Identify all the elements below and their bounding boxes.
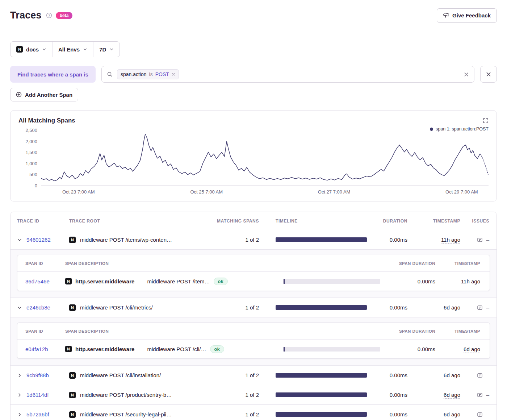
search-clear-icon[interactable] — [464, 72, 469, 77]
matching-spans-count: 1 of 2 — [201, 392, 259, 398]
give-feedback-button[interactable]: Give Feedback — [437, 8, 497, 23]
span-row: e04fa12b N http.server.middleware — midd… — [17, 340, 490, 358]
col-timestamp: Timestamp — [407, 219, 460, 224]
date-range-selector-label: 7D — [99, 46, 106, 53]
issues-icon — [477, 392, 483, 398]
timestamp-value[interactable]: 11h ago — [441, 237, 460, 244]
trace-id-link[interactable]: e246cb8e — [26, 304, 69, 311]
col-duration: Duration — [368, 219, 407, 224]
token-remove-icon[interactable] — [172, 72, 175, 76]
plus-circle-icon — [16, 92, 22, 97]
environment-selector[interactable]: All Envs — [52, 42, 93, 57]
span-op-label: http.server.middleware — [75, 278, 134, 284]
trace-id-link[interactable]: 5b72a6bf — [26, 411, 69, 417]
trace-root-label: middleware POST /items/wp-conten… — [80, 237, 172, 243]
chart-y-axis: 2,500 2,000 1,500 1,000 500 0 — [18, 128, 41, 186]
table-header: Trace ID Trace Root Matching Spans Timel… — [11, 212, 496, 230]
table-row: 5b72a6bf N middleware POST /security-leg… — [11, 405, 496, 420]
spans-chart — [41, 128, 489, 186]
trace-root-label: middleware POST /security-legal-pii… — [80, 411, 172, 417]
issues-count: – — [486, 392, 489, 398]
issues-icon — [477, 305, 483, 311]
svg-text:?: ? — [48, 14, 50, 17]
timeline-bar[interactable] — [276, 373, 367, 378]
col-span-description: Span Description — [65, 261, 272, 266]
legend-label: span 1: span.action:POST — [436, 126, 489, 132]
col-trace-root: Trace Root — [69, 219, 201, 224]
nextjs-platform-icon: N — [69, 304, 76, 311]
token-operator: is — [149, 71, 153, 77]
issues-cell: – — [460, 392, 496, 398]
trace-root-label: middleware POST /product/sentry-b… — [80, 392, 172, 398]
issues-cell: – — [460, 411, 496, 417]
timeline-cell — [259, 305, 368, 310]
span-id-link[interactable]: e04fa12b — [17, 346, 65, 352]
issues-count: – — [486, 237, 489, 243]
span-table-header: Span ID Span Description Span Duration T… — [17, 255, 490, 272]
duration-value: 0.00ms — [368, 304, 407, 311]
trace-id-link[interactable]: 94601262 — [26, 237, 69, 243]
nextjs-platform-icon: N — [16, 46, 23, 53]
span-timeline-track[interactable] — [283, 279, 380, 284]
chevron-down-icon — [83, 47, 87, 51]
span-description-label: middleware POST /item… — [147, 278, 210, 284]
row-expand-chevron[interactable] — [11, 392, 26, 398]
search-token-chip[interactable]: span.action is POST — [117, 69, 179, 79]
timeline-bar[interactable] — [276, 392, 367, 397]
span-timestamp-cell: 6d ago — [435, 346, 490, 352]
duration-value: 0.00ms — [368, 411, 407, 417]
issues-icon — [477, 373, 483, 378]
page-title: Traces — [10, 10, 42, 21]
span-id-link[interactable]: 36d7546e — [17, 278, 65, 284]
span-timeline-track[interactable] — [283, 347, 380, 352]
issues-count: – — [486, 411, 489, 417]
row-expand-chevron[interactable] — [11, 373, 26, 378]
timestamp-cell: 6d ago — [407, 372, 460, 378]
timeline-bar[interactable] — [276, 237, 367, 242]
timestamp-cell: 6d ago — [407, 392, 460, 398]
span-timeline-tick — [284, 347, 285, 352]
fullscreen-icon[interactable] — [483, 118, 489, 124]
span-timeline-cell — [272, 279, 381, 284]
issues-icon — [477, 412, 483, 417]
timeline-bar[interactable] — [276, 305, 367, 310]
timeline-bar[interactable] — [276, 412, 367, 417]
timeline-cell — [259, 373, 368, 378]
separator-dash: — — [138, 278, 143, 284]
all-matching-spans-card: All Matching Spans span 1: span.action:P… — [10, 110, 497, 201]
trace-id-link[interactable]: 9cb9f88b — [26, 372, 69, 378]
timestamp-value[interactable]: 6d ago — [444, 392, 460, 399]
timestamp-value[interactable]: 6d ago — [444, 372, 460, 379]
remove-span-filter-button[interactable] — [480, 66, 497, 83]
search-input[interactable]: span.action is POST — [101, 66, 474, 83]
close-icon — [486, 71, 491, 77]
trace-root: N middleware POST /cli/metrics/ — [69, 304, 201, 311]
project-selector[interactable]: N docs — [11, 42, 52, 57]
trace-root: N middleware POST /cli/installation/ — [69, 372, 201, 379]
trace-id-link[interactable]: 1d6114df — [26, 392, 69, 398]
row-expand-chevron[interactable] — [11, 412, 26, 417]
row-collapse-chevron[interactable] — [11, 305, 26, 310]
chevron-down-icon — [42, 47, 46, 51]
span-timeline-tick — [284, 279, 285, 284]
project-selector-label: docs — [26, 46, 39, 53]
date-range-selector[interactable]: 7D — [93, 42, 120, 57]
span-status-badge: ok — [210, 345, 224, 353]
add-another-span-button[interactable]: Add Another Span — [10, 88, 78, 101]
search-icon — [107, 71, 113, 77]
issues-count: – — [486, 372, 489, 378]
timestamp-value[interactable]: 6d ago — [444, 304, 460, 311]
nextjs-platform-icon: N — [69, 392, 76, 398]
span-timestamp-value[interactable]: 6d ago — [464, 346, 480, 353]
col-timeline: Timeline — [259, 219, 368, 224]
issues-cell: – — [460, 372, 496, 378]
timestamp-value[interactable]: 6d ago — [444, 411, 460, 418]
row-collapse-chevron[interactable] — [11, 237, 26, 242]
duration-value: 0.00ms — [368, 392, 407, 398]
span-duration-value: 0.00ms — [381, 346, 435, 352]
span-filter-pill[interactable]: Find traces where a span is — [10, 66, 96, 83]
table-row: 9cb9f88b N middleware POST /cli/installa… — [11, 366, 496, 385]
chart-plot-area[interactable]: Oct 23 7:00 AM Oct 25 7:00 AM Oct 27 7:0… — [41, 128, 489, 197]
span-timestamp-value[interactable]: 11h ago — [461, 278, 480, 285]
help-icon[interactable]: ? — [46, 12, 52, 18]
